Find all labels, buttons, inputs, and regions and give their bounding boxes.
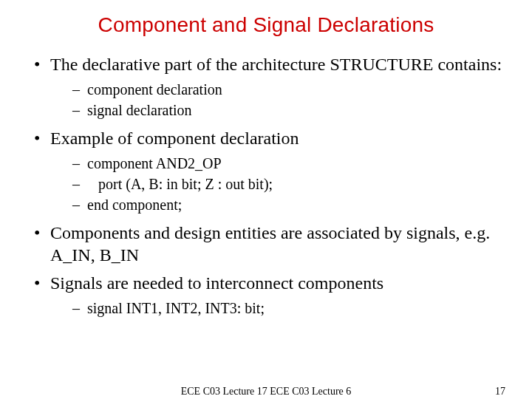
sub-item: component declaration (72, 80, 505, 99)
bullet-text: The declarative part of the architecture… (50, 55, 502, 74)
bullet-text: Example of component declaration (50, 129, 299, 148)
bullet-item: Signals are needed to interconnect compo… (34, 272, 505, 318)
footer-center-text: ECE C03 Lecture 17 ECE C03 Lecture 6 (181, 386, 352, 398)
sub-item: port (A, B: in bit; Z : out bit); (72, 174, 505, 194)
slide-title: Component and Signal Declarations (27, 13, 505, 37)
sub-item: end component; (72, 195, 505, 214)
sub-list: component AND2_OP port (A, B: in bit; Z … (50, 154, 505, 214)
sub-item: component AND2_OP (72, 154, 505, 173)
sub-item: signal declaration (72, 100, 505, 120)
sub-item: signal INT1, INT2, INT3: bit; (72, 299, 505, 318)
bullet-item: Components and design entities are assoc… (34, 222, 505, 266)
bullet-list: The declarative part of the architecture… (27, 53, 505, 318)
bullet-item: The declarative part of the architecture… (34, 53, 505, 120)
bullet-item: Example of component declaration compone… (34, 127, 505, 214)
page-number: 17 (495, 386, 505, 398)
slide: Component and Signal Declarations The de… (0, 0, 532, 399)
bullet-text: Signals are needed to interconnect compo… (50, 273, 383, 293)
sub-list: component declaration signal declaration (50, 80, 505, 120)
sub-list: signal INT1, INT2, INT3: bit; (50, 299, 505, 318)
